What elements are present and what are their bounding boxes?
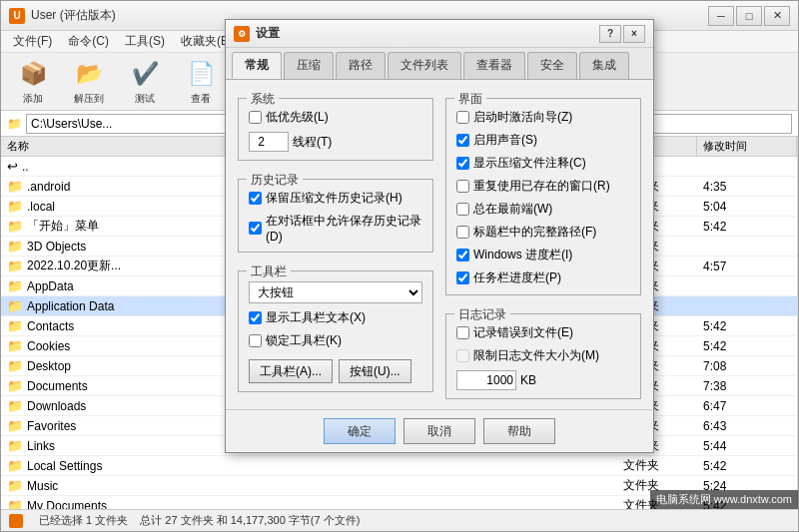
- lock-toolbar-row[interactable]: 锁定工具栏(K): [249, 332, 422, 349]
- windows-progress-label: Windows 进度栏(I): [473, 247, 572, 264]
- threads-row: 线程(T): [249, 132, 422, 152]
- dialog-body: 系统 低优先级(L) 线程(T): [226, 80, 653, 409]
- system-group-content: 低优先级(L) 线程(T): [249, 109, 422, 152]
- activate-wizard-row[interactable]: 启动时激活向导(Z): [456, 109, 630, 126]
- limit-log-label: 限制日志文件大小为(M): [473, 347, 599, 364]
- log-errors-label: 记录错误到文件(E): [473, 324, 573, 341]
- tab-integration[interactable]: 集成: [579, 52, 629, 79]
- log-size-unit: KB: [520, 373, 536, 387]
- log-group: 日志记录 记录错误到文件(E) 限制日志文件大小为(M): [445, 313, 641, 399]
- activate-wizard-checkbox[interactable]: [456, 111, 469, 124]
- low-priority-label: 低优先级(L): [266, 109, 329, 126]
- dialog-title-bar: ⚙ 设置 ? ×: [226, 20, 653, 48]
- toolbar-group: 工具栏 大按钮 小按钮 无 显示工具栏文本: [238, 270, 433, 392]
- dialog-close-button[interactable]: ×: [623, 25, 645, 43]
- always-on-top-row[interactable]: 总在最前端(W): [456, 201, 630, 218]
- toolbar-select-row: 大按钮 小按钮 无: [249, 281, 422, 303]
- ok-button[interactable]: 确定: [324, 418, 396, 444]
- tab-filelist[interactable]: 文件列表: [388, 52, 461, 79]
- interface-group: 界面 启动时激活向导(Z) 启用声音(S): [445, 98, 641, 295]
- lock-toolbar-checkbox[interactable]: [249, 334, 262, 347]
- enable-sound-row[interactable]: 启用声音(S): [456, 132, 630, 149]
- toolbar-settings-button[interactable]: 工具栏(A)...: [249, 359, 333, 383]
- lock-toolbar-label: 锁定工具栏(K): [266, 332, 342, 349]
- dialog-title-controls: ? ×: [599, 25, 645, 43]
- tab-path[interactable]: 路径: [336, 52, 386, 79]
- allow-history-row[interactable]: 在对话框中允许保存历史记录(D): [249, 213, 422, 244]
- log-errors-checkbox[interactable]: [456, 326, 469, 339]
- show-comments-row[interactable]: 显示压缩文件注释(C): [456, 155, 630, 172]
- limit-log-checkbox[interactable]: [456, 349, 469, 362]
- tab-compress[interactable]: 压缩: [284, 52, 334, 79]
- full-path-checkbox[interactable]: [456, 226, 469, 239]
- taskbar-progress-row[interactable]: 任务栏进度栏(P): [456, 269, 630, 286]
- history-group: 历史记录 保留压缩文件历史记录(H) 在对话框中允许保存历史记录(D): [238, 179, 433, 253]
- show-text-label: 显示工具栏文本(X): [266, 309, 366, 326]
- limit-log-row[interactable]: 限制日志文件大小为(M): [456, 347, 630, 364]
- dialog-footer: 确定 取消 帮助: [226, 409, 653, 452]
- always-on-top-label: 总在最前端(W): [473, 201, 552, 218]
- low-priority-row[interactable]: 低优先级(L): [249, 109, 422, 126]
- show-text-row[interactable]: 显示工具栏文本(X): [249, 309, 422, 326]
- low-priority-checkbox[interactable]: [249, 111, 262, 124]
- taskbar-progress-label: 任务栏进度栏(P): [473, 269, 561, 286]
- interface-group-content: 启动时激活向导(Z) 启用声音(S) 显示压缩文件注释(C): [456, 109, 630, 286]
- dialog-help-button[interactable]: ?: [599, 25, 621, 43]
- help-button[interactable]: 帮助: [483, 418, 555, 444]
- interface-group-title: 界面: [454, 91, 486, 108]
- dialog-tabs: 常规 压缩 路径 文件列表 查看器 安全 集成: [226, 48, 653, 80]
- always-on-top-checkbox[interactable]: [456, 203, 469, 216]
- windows-progress-row[interactable]: Windows 进度栏(I): [456, 247, 630, 264]
- toolbar-group-title: 工具栏: [247, 264, 291, 280]
- log-group-content: 记录错误到文件(E) 限制日志文件大小为(M) KB: [456, 324, 630, 390]
- activate-wizard-label: 启动时激活向导(Z): [473, 109, 572, 126]
- toolbar-btn-row: 工具栏(A)... 按钮(U)...: [249, 359, 422, 383]
- show-comments-checkbox[interactable]: [456, 157, 469, 170]
- show-text-checkbox[interactable]: [249, 311, 262, 324]
- dialog-icon: ⚙: [234, 26, 250, 42]
- taskbar-progress-checkbox[interactable]: [456, 271, 469, 284]
- windows-progress-checkbox[interactable]: [456, 249, 469, 262]
- show-comments-label: 显示压缩文件注释(C): [473, 155, 586, 172]
- threads-input[interactable]: [249, 132, 289, 152]
- enable-sound-label: 启用声音(S): [473, 132, 537, 149]
- log-size-input[interactable]: [456, 370, 516, 390]
- system-group-title: 系统: [247, 91, 279, 108]
- tab-general[interactable]: 常规: [232, 52, 282, 79]
- cancel-button[interactable]: 取消: [403, 418, 475, 444]
- enable-sound-checkbox[interactable]: [456, 134, 469, 147]
- reuse-window-label: 重复使用已存在的窗口(R): [473, 178, 610, 195]
- toolbar-group-content: 大按钮 小按钮 无 显示工具栏文本(X): [249, 281, 422, 383]
- dialog-left: 系统 低优先级(L) 线程(T): [238, 90, 433, 399]
- toolbar-style-select[interactable]: 大按钮 小按钮 无: [249, 281, 422, 303]
- main-window: U User (评估版本) ─ □ ✕ 文件(F) 命令(C) 工具(S) 收藏…: [0, 0, 799, 532]
- log-group-title: 日志记录: [454, 306, 510, 323]
- threads-label: 线程(T): [293, 134, 332, 151]
- allow-history-checkbox[interactable]: [249, 222, 262, 235]
- full-path-row[interactable]: 标题栏中的完整路径(F): [456, 224, 630, 241]
- system-group: 系统 低优先级(L) 线程(T): [238, 98, 433, 161]
- reuse-window-checkbox[interactable]: [456, 180, 469, 193]
- full-path-label: 标题栏中的完整路径(F): [473, 224, 596, 241]
- reuse-window-row[interactable]: 重复使用已存在的窗口(R): [456, 178, 630, 195]
- dialog-title-text: 设置: [256, 25, 599, 42]
- dialog-overlay: ⚙ 设置 ? × 常规 压缩 路径 文件列表 查看器 安全 集成: [1, 1, 798, 531]
- allow-history-label: 在对话框中允许保存历史记录(D): [266, 213, 422, 244]
- settings-dialog: ⚙ 设置 ? × 常规 压缩 路径 文件列表 查看器 安全 集成: [225, 19, 654, 453]
- history-group-content: 保留压缩文件历史记录(H) 在对话框中允许保存历史记录(D): [249, 190, 422, 244]
- save-zip-history-checkbox[interactable]: [249, 192, 262, 205]
- tab-viewer[interactable]: 查看器: [463, 52, 525, 79]
- log-size-row: KB: [456, 370, 630, 390]
- tab-security[interactable]: 安全: [527, 52, 577, 79]
- buttons-settings-button[interactable]: 按钮(U)...: [339, 359, 411, 383]
- history-group-title: 历史记录: [247, 172, 303, 189]
- save-zip-history-row[interactable]: 保留压缩文件历史记录(H): [249, 190, 422, 207]
- log-errors-row[interactable]: 记录错误到文件(E): [456, 324, 630, 341]
- dialog-right: 界面 启动时激活向导(Z) 启用声音(S): [445, 90, 641, 399]
- save-zip-history-label: 保留压缩文件历史记录(H): [266, 190, 402, 207]
